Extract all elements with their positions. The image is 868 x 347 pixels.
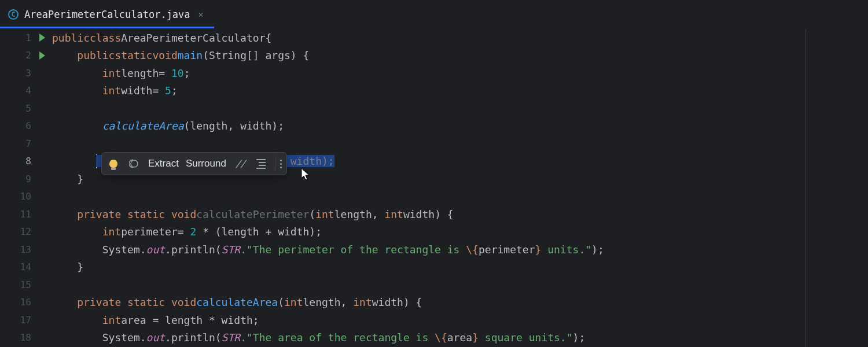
gutter-line[interactable]: 1: [0, 29, 52, 47]
code-line[interactable]: System.out.println(STR."The perimeter of…: [52, 241, 806, 259]
gutter-line[interactable]: 4: [0, 82, 52, 100]
tab-title: AreaPerimeterCalculator.java: [24, 9, 190, 20]
code-line[interactable]: int length = 10;: [52, 64, 806, 82]
comment-action-icon[interactable]: //: [233, 157, 247, 171]
gutter-line[interactable]: 3: [0, 64, 52, 82]
code-line[interactable]: [52, 188, 806, 206]
code-line[interactable]: }: [52, 259, 806, 276]
gutter-line[interactable]: 8: [0, 153, 52, 171]
code-line[interactable]: calculateArea(length, width);: [52, 117, 806, 135]
code-line[interactable]: int width = 5;: [52, 82, 806, 100]
code-line[interactable]: System.out.println(STR."The area of the …: [52, 329, 806, 347]
intention-bulb-icon[interactable]: [106, 157, 120, 171]
gutter-line[interactable]: 16: [0, 294, 52, 312]
gutter-line[interactable]: 15: [0, 276, 52, 294]
gutter-line[interactable]: 6: [0, 117, 52, 135]
code-line[interactable]: public static void main(String[] args) {: [52, 47, 806, 65]
gutter-line[interactable]: 12: [0, 223, 52, 241]
gutter: 123456789101112131415161718: [0, 29, 52, 347]
code-line[interactable]: private static void calculateArea(int le…: [52, 294, 806, 312]
gutter-line[interactable]: 5: [0, 99, 52, 117]
gutter-line[interactable]: 11: [0, 205, 52, 223]
more-actions-icon[interactable]: [275, 157, 282, 171]
gutter-line[interactable]: 7: [0, 135, 52, 153]
gutter-line[interactable]: 9: [0, 170, 52, 188]
gutter-line[interactable]: 13: [0, 241, 52, 259]
gutter-line[interactable]: 17: [0, 311, 52, 329]
editor: 123456789101112131415161718 public class…: [0, 29, 868, 347]
reformat-action-icon[interactable]: [254, 157, 268, 171]
code-line[interactable]: public class AreaPerimeterCalculator {: [52, 29, 806, 47]
gutter-line[interactable]: 2: [0, 47, 52, 65]
code-line[interactable]: [52, 99, 806, 117]
code-line[interactable]: int area = length * width;: [52, 311, 806, 329]
gutter-line[interactable]: 18: [0, 329, 52, 347]
ai-assist-icon[interactable]: [127, 157, 141, 171]
close-tab-icon[interactable]: ✕: [196, 8, 206, 21]
code-line[interactable]: [52, 135, 806, 153]
run-gutter-icon[interactable]: [39, 51, 45, 60]
gutter-line[interactable]: 14: [0, 259, 52, 276]
extract-action[interactable]: Extract: [148, 158, 179, 169]
code-line[interactable]: private static void calculatePerimeter(i…: [52, 205, 806, 223]
file-tab[interactable]: C AreaPerimeterCalculator.java ✕: [0, 0, 214, 28]
tab-bar: C AreaPerimeterCalculator.java ✕: [0, 0, 868, 29]
java-class-icon: C: [8, 9, 19, 20]
gutter-line[interactable]: 10: [0, 188, 52, 206]
code-area[interactable]: public class AreaPerimeterCalculator { p…: [52, 29, 806, 347]
surround-action[interactable]: Surround: [186, 158, 226, 169]
code-line[interactable]: int perimeter = 2 * (length + width);: [52, 223, 806, 241]
svg-point-0: [131, 160, 138, 167]
run-gutter-icon[interactable]: [39, 34, 45, 42]
code-line[interactable]: [52, 276, 806, 294]
floating-toolbar: Extract Surround //: [101, 152, 287, 175]
